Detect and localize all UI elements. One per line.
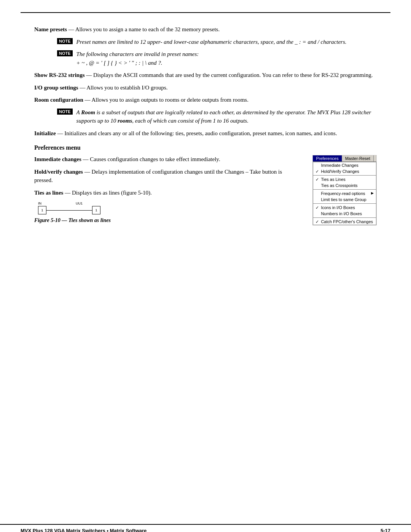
menu-item-ties-lines: Ties as Lines bbox=[313, 176, 376, 182]
figure-labels: IN UU1 bbox=[38, 201, 301, 205]
menu-separator-2 bbox=[313, 189, 376, 190]
menu-separator-4 bbox=[313, 217, 376, 218]
show-rs232-text: Displays the ASCII commands that are use… bbox=[93, 72, 373, 78]
footer: MVX Plus 128 VGA Matrix Switchers • Matr… bbox=[0, 524, 411, 532]
menu-bar-master-reset: Master-Reset bbox=[342, 155, 374, 161]
ties-as-lines-para: Ties as lines — Displays ties as lines (… bbox=[34, 189, 301, 197]
menu-item-hold-verify: Hold/Verify Changes bbox=[313, 168, 376, 174]
note2-line1: The following characters are invalid in … bbox=[76, 51, 199, 57]
show-rs232-label: Show RS-232 strings bbox=[34, 72, 85, 78]
note3-badge: NOTE bbox=[57, 109, 73, 115]
page: Name presets — Allows you to assign a na… bbox=[0, 12, 411, 532]
menu-item-limit-ties: Limit ties to same Group bbox=[313, 197, 376, 203]
room-config-label: Room configuration bbox=[34, 97, 83, 103]
menu-bar-preferences: Preferences bbox=[313, 155, 342, 161]
label-in: IN bbox=[38, 201, 41, 205]
preferences-two-col: Immediate changes — Causes configuration… bbox=[34, 155, 377, 225]
note1-text: Preset names are limited to 12 upper- an… bbox=[76, 38, 347, 46]
tie-line bbox=[46, 210, 92, 211]
menu-item-catch-fpc: Catch FPC/other's Changes bbox=[313, 219, 376, 225]
io-group-dash: — bbox=[78, 85, 87, 91]
name-presets-para: Name presets — Allows you to assign a na… bbox=[34, 25, 377, 34]
menu-separator-3 bbox=[313, 203, 376, 204]
show-rs232-dash: — bbox=[85, 72, 94, 78]
figure-caption: Figure 5-10 — Ties shown as lines bbox=[34, 217, 301, 224]
io-box-right: 1 bbox=[92, 206, 100, 214]
name-presets-dash: — bbox=[67, 26, 75, 32]
io-box-left: 1 bbox=[38, 206, 46, 214]
menu-item-immediate-changes: Immediate Changes bbox=[313, 162, 376, 168]
note2-block: NOTE The following characters are invali… bbox=[57, 50, 377, 67]
hold-verify-para: Hold/verify changes — Delays implementat… bbox=[34, 168, 301, 185]
name-presets-text: Allows you to assign a name to each of t… bbox=[75, 26, 220, 32]
label-uu1: UU1 bbox=[76, 201, 83, 205]
initialize-label: Initialize bbox=[34, 130, 56, 136]
io-group-label: I/O group settings bbox=[34, 85, 78, 91]
note3-block: NOTE A Room is a subset of outputs that … bbox=[57, 108, 377, 125]
figure-container: IN UU1 1 1 Figure 5-10 — Ties shown as l… bbox=[34, 201, 301, 224]
menu-separator-1 bbox=[313, 175, 376, 176]
immediate-changes-text: Causes configuration changes to take eff… bbox=[90, 156, 220, 162]
menu-item-icons-io: Icons in I/O Boxes bbox=[313, 204, 376, 211]
note2-badge: NOTE bbox=[57, 50, 73, 56]
footer-right: 5-17 bbox=[381, 528, 390, 532]
menu-items: Immediate Changes Hold/Verify Changes Ti… bbox=[313, 162, 376, 225]
ties-as-lines-text: Displays ties as lines (figure 5-10). bbox=[72, 190, 152, 196]
immediate-changes-label: Immediate changes bbox=[34, 156, 81, 162]
menu-item-numbers-io: Numbers in I/O Boxes bbox=[313, 211, 376, 217]
note3-text: A Room is a subset of outputs that are l… bbox=[76, 108, 377, 125]
menu-bar: Preferences Master-Reset bbox=[313, 155, 376, 162]
show-rs232-para: Show RS-232 strings — Displays the ASCII… bbox=[34, 71, 377, 80]
initialize-para: Initialize — Initializes and clears any … bbox=[34, 129, 377, 138]
note1-block: NOTE Preset names are limited to 12 uppe… bbox=[57, 38, 377, 46]
io-box-left-text: 1 bbox=[41, 208, 43, 212]
room-config-para: Room configuration — Allows you to assig… bbox=[34, 96, 377, 104]
io-group-text: Allows you to establish I/O groups. bbox=[86, 85, 167, 91]
note3-text-content: A Room is a subset of outputs that are l… bbox=[76, 109, 371, 124]
room-config-dash: — bbox=[83, 97, 92, 103]
menu-item-frequency: Frequency-read options bbox=[313, 190, 376, 197]
io-box-right-text: 1 bbox=[95, 208, 97, 212]
content-area: Name presets — Allows you to assign a na… bbox=[0, 13, 411, 256]
note1-badge: NOTE bbox=[57, 38, 73, 44]
name-presets-label: Name presets bbox=[34, 26, 67, 32]
menu-screenshot: Preferences Master-Reset Immediate Chang… bbox=[312, 155, 377, 225]
menu-item-ties-crosspoints: Ties as Crosspoints bbox=[313, 182, 376, 189]
room-config-text: Allows you to assign outputs to rooms or… bbox=[91, 97, 248, 103]
footer-left: MVX Plus 128 VGA Matrix Switchers • Matr… bbox=[21, 528, 147, 532]
ties-figure: 1 1 bbox=[38, 206, 301, 214]
initialize-dash: — bbox=[56, 130, 65, 136]
note2-line2: + ~ , @ = ' [ ] { } < > ' " ; : | \ and … bbox=[76, 60, 162, 66]
preferences-menu-heading: Preferences menu bbox=[34, 144, 377, 151]
hold-verify-label: Hold/verify changes bbox=[34, 169, 83, 175]
io-group-para: I/O group settings — Allows you to estab… bbox=[34, 83, 377, 92]
ties-as-lines-label: Ties as lines bbox=[34, 190, 63, 196]
immediate-changes-para: Immediate changes — Causes configuration… bbox=[34, 155, 301, 164]
initialize-text: Initializes and clears any or all of the… bbox=[64, 130, 337, 136]
preferences-main-text: Immediate changes — Causes configuration… bbox=[34, 155, 301, 225]
note2-text: The following characters are invalid in … bbox=[76, 50, 199, 67]
